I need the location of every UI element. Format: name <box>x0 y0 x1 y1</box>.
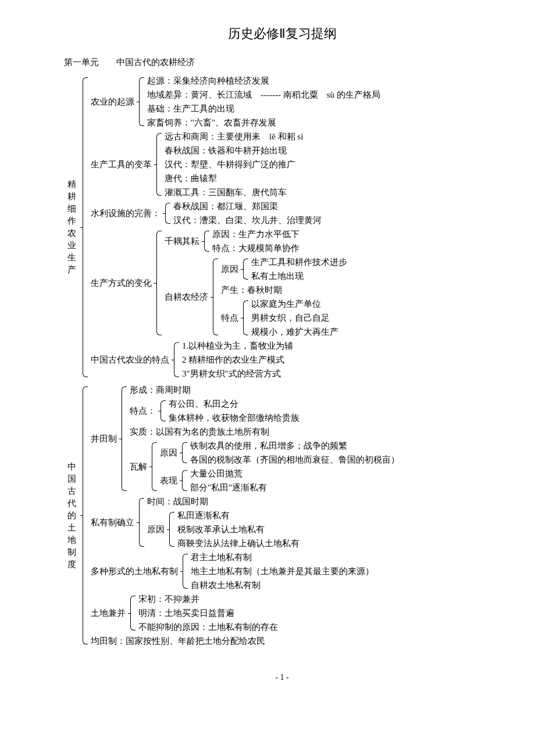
brace-icon <box>179 467 188 495</box>
label-reason: 原因 <box>221 255 240 283</box>
leaf: 部分"私田"逐渐私有 <box>190 481 267 495</box>
brace-icon <box>240 255 249 283</box>
leaf: 产生：春秋时期 <box>221 283 347 297</box>
leaf: 实质：以国有为名的贵族土地所有制 <box>130 425 400 439</box>
label-zi: 自耕农经济 <box>165 255 209 339</box>
brace-icon <box>79 383 88 648</box>
label-mode: 生产方式的变化 <box>91 227 153 339</box>
brace-icon <box>135 74 145 130</box>
label-tools: 生产工具的变革 <box>91 130 153 199</box>
leaf: 时间：战国时期 <box>147 495 299 508</box>
leaf: 私田逐渐私有 <box>177 508 299 522</box>
leaf: 规模小，难扩大再生产 <box>251 325 338 339</box>
leaf: 春秋战国：铁器和牛耕开始出现 <box>165 144 303 157</box>
brace-icon <box>157 397 166 425</box>
section-land: 中国古代的土地制度 井田制 形成：商周时期 特点： 有公田、私田之分 集体耕种，… <box>64 383 500 648</box>
leaf: 远古和商周：主要使用耒 lě 和耜 sì <box>165 130 303 144</box>
brace-icon <box>118 383 127 495</box>
brace-icon <box>201 227 210 255</box>
vlabel-agriculture: 精耕细作农业生产 <box>64 74 79 381</box>
label-jingtian: 井田制 <box>91 383 118 495</box>
label-feature: 特点 <box>221 297 240 339</box>
leaf: 特点：大规模简单协作 <box>212 241 299 255</box>
section-agriculture: 精耕细作农业生产 农业的起源 起源：采集经济向种植经济发展 地域差异：黄河、长江… <box>64 74 500 381</box>
leaf: 大量公田抛荒 <box>190 467 267 481</box>
leaf: 1.以种植业为主，畜牧业为辅 <box>182 339 293 353</box>
leaf: 宋初：不抑兼并 <box>138 592 278 606</box>
leaf: 私有土地出现 <box>251 269 347 283</box>
label-qian: 千耦其耘 <box>165 227 201 255</box>
leaf-juntian: 均田制：国家按性别、年龄把土地分配给农民 <box>91 634 400 648</box>
label-private: 私有制确立 <box>91 495 135 550</box>
label-collapse-manifest: 表现 <box>160 467 179 495</box>
leaf: 各国的税制改革（齐国的相地而衰征、鲁国的初税亩） <box>190 453 400 467</box>
leaf: 生产工具和耕作技术进步 <box>251 255 347 269</box>
brace-icon <box>148 439 158 495</box>
leaf: 铁制农具的使用，私田增多；战争的频繁 <box>190 439 400 453</box>
leaf: 汉代：漕渠、白渠、坎儿井、治理黄河 <box>173 213 322 227</box>
brace-icon <box>127 592 136 634</box>
brace-icon <box>170 339 180 381</box>
brace-icon <box>240 297 249 339</box>
unit-heading: 第一单元 中国古代的农耕经济 <box>64 55 500 69</box>
brace-icon <box>153 130 162 199</box>
label-jing-feature: 特点： <box>130 397 157 425</box>
label-origin: 农业的起源 <box>91 74 135 130</box>
brace-icon <box>135 495 145 550</box>
leaf: 君主土地私有制 <box>191 550 374 564</box>
leaf: 男耕女织，自己自足 <box>251 311 338 325</box>
leaf: 明清：土地买卖日益普遍 <box>138 606 278 620</box>
page-number: - 1 - <box>64 671 500 684</box>
leaf: 税制改革承认土地私有 <box>177 522 299 536</box>
brace-icon <box>166 508 175 550</box>
label-collapse-reason: 原因 <box>160 439 179 467</box>
brace-icon <box>179 550 188 592</box>
leaf: 不能抑制的原因：土地私有制的存在 <box>138 620 278 634</box>
page-title: 历史必修Ⅱ复习提纲 <box>64 23 500 44</box>
leaf: 家畜饲养："六畜"、农畜并存发展 <box>147 116 380 130</box>
leaf: 基础：生产工具的出现 <box>147 102 380 116</box>
vlabel-land: 中国古代的土地制度 <box>64 383 79 648</box>
brace-icon <box>162 199 171 227</box>
leaf: 起源：采集经济向种植经济发展 <box>147 74 380 88</box>
leaf: 形成：商周时期 <box>130 383 400 397</box>
label-irrigation: 水利设施的完善： <box>91 199 162 227</box>
leaf: 唐代：曲辕犁 <box>165 171 303 185</box>
label-forms: 多种形式的土地私有制 <box>91 550 179 592</box>
brace-icon <box>179 439 188 467</box>
label-collapse: 瓦解 <box>130 439 148 495</box>
leaf: 地主土地私有制（土地兼并是其最主要的来源） <box>191 564 374 578</box>
leaf: 3"男耕女织"式的经营方式 <box>182 367 293 381</box>
leaf: 原因：生产力水平低下 <box>212 227 299 241</box>
leaf: 集体耕种，收获物全部缴纳给贵族 <box>169 411 299 425</box>
leaf: 地域差异：黄河、长江流域 ------- 南稻北粟 sù 的生产格局 <box>147 88 380 102</box>
leaf: 以家庭为生产单位 <box>251 297 338 311</box>
leaf: 自耕农土地私有制 <box>191 578 374 592</box>
label-merge: 土地兼并 <box>91 592 127 634</box>
leaf: 商鞅变法从法律上确认土地私有 <box>177 536 299 550</box>
leaf: 春秋战国：都江堰、郑国渠 <box>173 199 322 213</box>
label-features: 中国古代农业的特点 <box>91 339 170 381</box>
leaf: 汉代：犁壁、牛耕得到广泛的推广 <box>165 157 303 171</box>
brace-icon <box>153 227 162 339</box>
leaf: 2 精耕细作的农业生产模式 <box>182 353 293 367</box>
leaf: 灌溉工具：三国翻车、唐代筒车 <box>165 185 303 199</box>
leaf: 有公田、私田之分 <box>169 397 299 411</box>
brace-icon <box>79 74 88 381</box>
brace-icon <box>209 255 219 339</box>
label-private-reason: 原因 <box>147 508 166 550</box>
